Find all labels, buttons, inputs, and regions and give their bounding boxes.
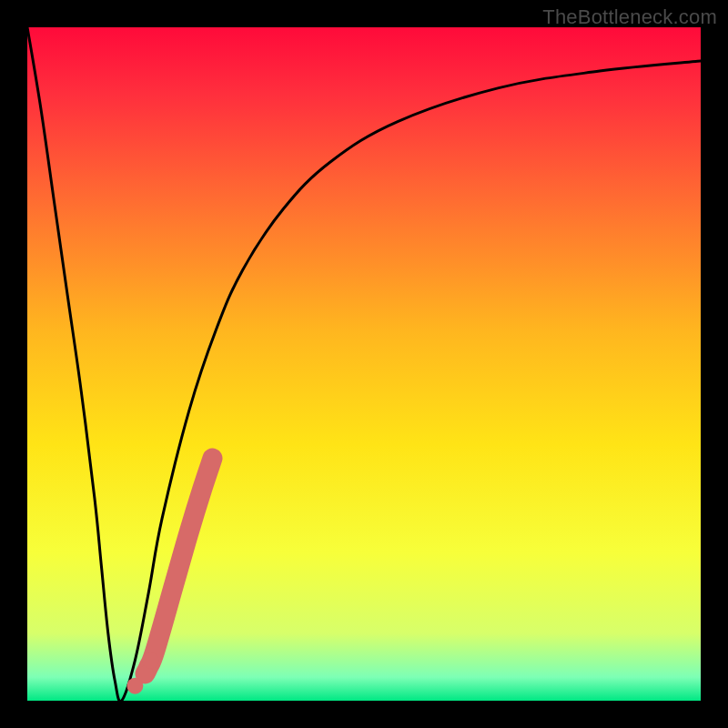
highlight-dot: [142, 652, 158, 669]
outer-frame: TheBottleneck.com: [0, 0, 728, 728]
watermark-text: TheBottleneck.com: [542, 5, 717, 29]
plot-area: [27, 27, 701, 701]
gradient-background: [27, 27, 701, 701]
chart-svg: [27, 27, 701, 701]
